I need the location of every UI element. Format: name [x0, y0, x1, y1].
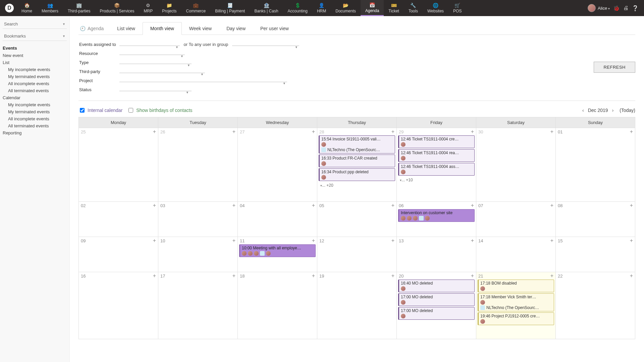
- filter-group-select[interactable]: ▼: [232, 44, 299, 46]
- calendar-event[interactable]: Intervention on customer site: [398, 209, 475, 222]
- sidebar-item-all-terminated[interactable]: All terminated events: [3, 87, 67, 94]
- filter-assigned-select[interactable]: ▼: [119, 44, 180, 46]
- sidebar-item-new-event[interactable]: New event: [3, 52, 67, 59]
- sidebar-item-my-terminated[interactable]: My terminated events: [3, 73, 67, 80]
- sidebar-item-all-incomplete-2[interactable]: All incomplete events: [3, 115, 67, 122]
- tab-day-view[interactable]: Day view: [219, 22, 253, 35]
- add-event-icon[interactable]: +: [550, 238, 553, 244]
- add-event-icon[interactable]: +: [630, 202, 633, 208]
- calendar-event[interactable]: 16:40 MO deleted: [398, 280, 475, 292]
- topbar-item-members[interactable]: 👥Members: [37, 0, 63, 16]
- topbar-item-third-parties[interactable]: 🏢Third-parties: [63, 0, 95, 16]
- topbar-item-tools[interactable]: 🔧Tools: [404, 0, 423, 16]
- calendar-event[interactable]: 12:46 Ticket TS1911-0004 cre…: [398, 135, 475, 148]
- add-event-icon[interactable]: +: [630, 273, 633, 279]
- prev-month-button[interactable]: ‹: [581, 108, 585, 113]
- add-event-icon[interactable]: +: [312, 129, 315, 135]
- sidebar-item-my-terminated-2[interactable]: My terminated events: [3, 108, 67, 115]
- bookmarks-dropdown[interactable]: Bookmarks ▼: [3, 32, 67, 41]
- user-menu[interactable]: Alice: [588, 4, 610, 12]
- more-events-link[interactable]: ... +10: [398, 177, 475, 183]
- add-event-icon[interactable]: +: [312, 238, 315, 244]
- calendar-event[interactable]: 16:34 Product ppp deleted: [319, 168, 395, 181]
- filter-type-select[interactable]: ▼: [119, 62, 192, 64]
- add-event-icon[interactable]: +: [391, 238, 394, 244]
- topbar-item-ticket[interactable]: 🎫Ticket: [384, 0, 404, 16]
- add-event-icon[interactable]: +: [550, 273, 553, 279]
- sidebar-item-my-incomplete-2[interactable]: My incomplete events: [3, 101, 67, 108]
- calendar-event[interactable]: 17:18 BOM disabled: [478, 280, 554, 292]
- calendar-event[interactable]: 17:18 Member Vick Smith ter…NLTechno (Th…: [478, 293, 554, 311]
- add-event-icon[interactable]: +: [471, 238, 474, 244]
- add-event-icon[interactable]: +: [232, 129, 235, 135]
- topbar-item-pos[interactable]: 🛒POS: [448, 0, 466, 16]
- add-event-icon[interactable]: +: [471, 273, 474, 279]
- checkbox-birthdays-input[interactable]: [128, 108, 133, 113]
- add-event-icon[interactable]: +: [232, 238, 235, 244]
- checkbox-internal-input[interactable]: [80, 108, 85, 113]
- topbar-item-websites[interactable]: 🌐Websites: [423, 0, 448, 16]
- add-event-icon[interactable]: +: [630, 238, 633, 244]
- topbar-item-projects[interactable]: 📁Projects: [157, 0, 181, 16]
- add-event-icon[interactable]: +: [550, 202, 553, 208]
- add-event-icon[interactable]: +: [153, 202, 156, 208]
- topbar-item-home[interactable]: 🏠Home: [17, 0, 37, 16]
- topbar-item-billing-payment[interactable]: 🧾Billing | Payment: [210, 0, 250, 16]
- help-icon[interactable]: ❔: [632, 5, 639, 11]
- add-event-icon[interactable]: +: [312, 273, 315, 279]
- today-link[interactable]: (Today): [620, 108, 635, 113]
- add-event-icon[interactable]: +: [153, 129, 156, 135]
- sidebar-item-reporting[interactable]: Reporting: [3, 129, 67, 136]
- calendar-event[interactable]: 17:00 MO deleted: [398, 307, 475, 320]
- add-event-icon[interactable]: +: [232, 202, 235, 208]
- topbar-item-commerce[interactable]: 💼Commerce: [181, 0, 211, 16]
- add-event-icon[interactable]: +: [391, 129, 394, 135]
- topbar-item-documents[interactable]: 📂Documents: [331, 0, 361, 16]
- calendar-event[interactable]: 15:54 Invoice SI1911-0005 vali…NLTechno …: [319, 135, 395, 154]
- more-events-link[interactable]: ... +20: [319, 182, 395, 189]
- add-event-icon[interactable]: +: [471, 129, 474, 135]
- add-event-icon[interactable]: +: [471, 202, 474, 208]
- search-dropdown[interactable]: Search ▼: [3, 19, 67, 29]
- topbar-item-accounting[interactable]: 💲Accounting: [283, 0, 312, 16]
- add-event-icon[interactable]: +: [630, 129, 633, 135]
- add-event-icon[interactable]: +: [391, 202, 394, 208]
- add-event-icon[interactable]: +: [550, 129, 553, 135]
- calendar-event[interactable]: 19:46 Project PJ1912-0005 cre…: [478, 312, 554, 325]
- sidebar-item-list[interactable]: List: [3, 59, 67, 66]
- add-event-icon[interactable]: +: [153, 238, 156, 244]
- calendar-event[interactable]: 17:00 MO deleted: [398, 293, 475, 306]
- add-event-icon[interactable]: +: [391, 273, 394, 279]
- calendar-event[interactable]: 10:00 Meeting with all employe…: [239, 244, 316, 257]
- topbar-item-products-services[interactable]: 📦Products | Services: [95, 0, 139, 16]
- topbar-item-banks-cash[interactable]: 🏦Banks | Cash: [250, 0, 283, 16]
- filter-third-party-select[interactable]: ▼: [119, 71, 205, 73]
- filter-resource-select[interactable]: ▼: [119, 53, 185, 55]
- next-month-button[interactable]: ›: [611, 108, 615, 113]
- calendar-event[interactable]: 12:46 Ticket TS1911-0004 ass…: [398, 163, 475, 176]
- refresh-button[interactable]: REFRESH: [594, 62, 635, 73]
- tab-per-user-view[interactable]: Per user view: [253, 22, 296, 35]
- add-event-icon[interactable]: +: [232, 273, 235, 279]
- calendar-event[interactable]: 12:46 Ticket TS1911-0004 rea…: [398, 149, 475, 162]
- sidebar-item-calendar[interactable]: Calendar: [3, 94, 67, 101]
- tab-month-view[interactable]: Month view: [143, 22, 182, 35]
- app-logo[interactable]: D: [2, 0, 17, 16]
- checkbox-internal-calendar[interactable]: Internal calendar: [78, 107, 122, 114]
- add-event-icon[interactable]: +: [153, 273, 156, 279]
- add-event-icon[interactable]: +: [312, 202, 315, 208]
- bug-icon[interactable]: 🐞: [613, 5, 620, 11]
- sidebar-item-all-terminated-2[interactable]: All terminated events: [3, 122, 67, 129]
- sidebar-item-all-incomplete[interactable]: All incomplete events: [3, 80, 67, 87]
- filter-project-select[interactable]: ▼: [119, 80, 287, 82]
- print-icon[interactable]: 🖨: [623, 5, 629, 11]
- topbar-item-agenda[interactable]: 📅Agenda: [361, 0, 384, 16]
- topbar-item-hrm[interactable]: 👤HRM: [312, 0, 331, 16]
- calendar-event[interactable]: 16:33 Product FR-CAR created: [319, 155, 395, 167]
- tab-week-view[interactable]: Week view: [182, 22, 219, 35]
- filter-status-select[interactable]: ▼: [119, 89, 192, 91]
- checkbox-birthdays[interactable]: Show birthdays of contacts: [127, 107, 192, 114]
- sidebar-item-my-incomplete[interactable]: My incomplete events: [3, 66, 67, 73]
- topbar-item-mrp[interactable]: ⚙MRP: [139, 0, 158, 16]
- tab-list-view[interactable]: List view: [110, 22, 143, 35]
